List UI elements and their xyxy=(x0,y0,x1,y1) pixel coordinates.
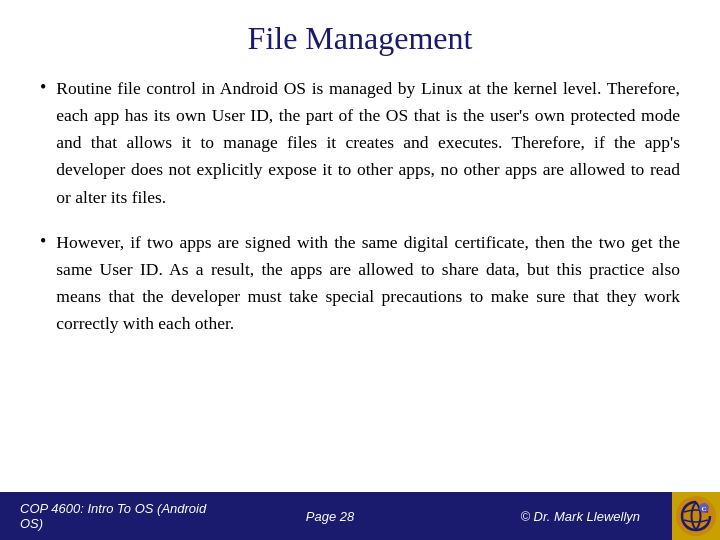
footer-copyright: © Dr. Mark Llewellyn xyxy=(433,509,700,524)
bullet-text-2: However, if two apps are signed with the… xyxy=(56,229,680,338)
slide: File Management • Routine file control i… xyxy=(0,0,720,540)
footer: COP 4600: Intro To OS (Android OS) Page … xyxy=(0,492,720,540)
footer-course-label: COP 4600: Intro To OS (Android OS) xyxy=(20,501,227,531)
bullet-icon-2: • xyxy=(40,231,46,252)
bullet-item-2: • However, if two apps are signed with t… xyxy=(40,229,680,338)
svg-text:C: C xyxy=(701,505,706,513)
slide-title: File Management xyxy=(30,20,690,57)
footer-page-number: Page 28 xyxy=(227,509,434,524)
bullet-item-1: • Routine file control in Android OS is … xyxy=(40,75,680,211)
bullet-text-1: Routine file control in Android OS is ma… xyxy=(56,75,680,211)
slide-content: • Routine file control in Android OS is … xyxy=(30,75,690,540)
footer-logo: C xyxy=(672,492,720,540)
bullet-icon-1: • xyxy=(40,77,46,98)
